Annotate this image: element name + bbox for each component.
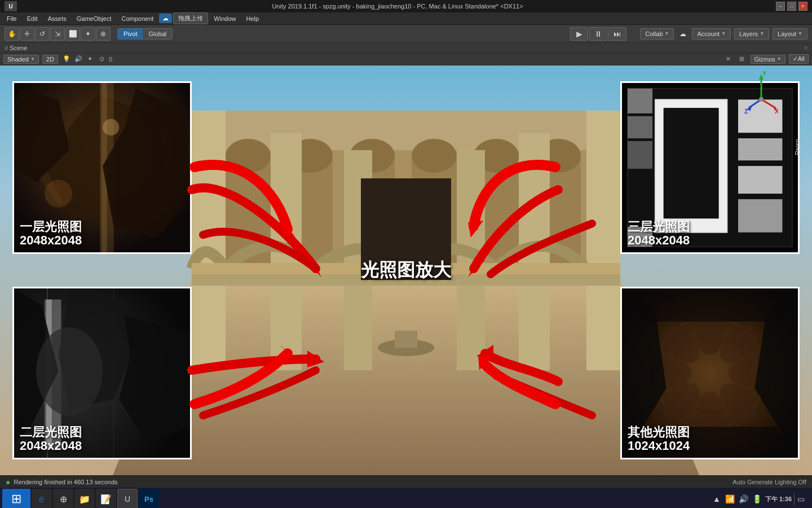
scene-icons: 💡 🔊 ✦ ⊙ 0 — [61, 55, 112, 64]
zero-label: 0 — [109, 56, 112, 63]
gizmos-label: Gizmos — [754, 56, 775, 63]
battery-icon[interactable]: 🔋 — [752, 493, 763, 505]
status-icon: ● — [6, 478, 10, 487]
all-button[interactable]: ✓All — [789, 54, 809, 64]
collab-button[interactable]: Collab ▼ — [640, 28, 674, 40]
all-label: ✓All — [793, 55, 805, 62]
taskbar-unity[interactable]: U — [117, 489, 138, 508]
svg-rect-43 — [738, 199, 782, 233]
lm2-size: 2048x2048 — [20, 439, 82, 453]
svg-point-11 — [412, 139, 457, 173]
rendering-status: Rendering finished in 460.13 seconds — [14, 479, 117, 485]
title-bar: U Unity 2019.1.1f1 - spzg.unity - baking… — [0, 0, 812, 12]
scene-hash: # — [5, 45, 8, 51]
pivot-global-group: Pivot Global — [117, 28, 173, 40]
tool-transform[interactable]: ✦ — [81, 27, 95, 41]
2d-toggle[interactable]: 2D — [42, 55, 58, 64]
svg-text:X: X — [775, 108, 778, 115]
layers-button[interactable]: Layers ▼ — [734, 28, 769, 40]
menu-gameobject[interactable]: GameObject — [72, 14, 116, 23]
account-button[interactable]: Account ▼ — [692, 28, 731, 40]
svg-point-34 — [103, 119, 119, 135]
svg-rect-47 — [628, 141, 652, 169]
tool-rect[interactable]: ⬜ — [65, 27, 80, 41]
upload-button[interactable]: 拖拽上传 — [173, 12, 208, 24]
pivot-button[interactable]: Pivot — [118, 29, 143, 39]
svg-rect-45 — [628, 89, 652, 113]
step-button[interactable]: ⏭ — [608, 27, 626, 41]
menu-file[interactable]: File — [2, 14, 21, 23]
toolbar: ✋ ✛ ↺ ⇲ ⬜ ✦ ⊕ Pivot Global ▶ ⏸ ⏭ Collab … — [0, 25, 812, 43]
tool-custom[interactable]: ⊕ — [96, 27, 111, 41]
collab-arrow: ▼ — [665, 31, 669, 36]
tool-hand[interactable]: ✋ — [5, 27, 19, 41]
tool-rotate[interactable]: ↺ — [35, 27, 50, 41]
global-button[interactable]: Global — [143, 29, 172, 39]
tool-scale[interactable]: ⇲ — [50, 27, 65, 41]
cloud-icon: ☁ — [677, 28, 689, 40]
layout-arrow: ▼ — [798, 31, 802, 36]
maximize-button[interactable]: □ — [787, 2, 796, 11]
gizmos-button[interactable]: Gizmos ▼ — [751, 55, 785, 64]
taskbar-ps[interactable]: Ps — [139, 489, 159, 508]
minimize-button[interactable]: ─ — [776, 2, 785, 11]
audio-icon[interactable]: 🔊 — [73, 55, 83, 64]
scene-toolbar: Shaded ▼ 2D 💡 🔊 ✦ ⊙ 0 ✕ ⊞ Gizmos ▼ ✓All — [0, 53, 812, 65]
ie-icon: e — [39, 493, 45, 505]
taskbar-explorer[interactable]: 📁 — [74, 489, 95, 508]
lightmap-2: 二层光照图 2048x2048 — [12, 287, 192, 459]
window-title: Unity 2019.1.1f1 - spzg.unity - baking_j… — [19, 3, 776, 10]
network-icon[interactable]: 📶 — [725, 493, 736, 505]
gizmo-axis: Y X Z — [744, 71, 778, 116]
svg-rect-46 — [628, 116, 652, 138]
fx-icon[interactable]: ✦ — [85, 55, 95, 64]
crosshair-icon[interactable]: ✕ — [723, 55, 734, 64]
svg-rect-42 — [738, 166, 782, 194]
2d-label: 2D — [46, 56, 54, 63]
scene-tab-header: # Scene ≡ — [0, 43, 812, 53]
layout-button[interactable]: Layout ▼ — [773, 28, 807, 40]
close-button[interactable]: ✕ — [798, 2, 807, 11]
time-display: 下午 1:36 — [765, 495, 792, 503]
scene-toolbar-right: ✕ ⊞ Gizmos ▼ ✓All — [723, 54, 809, 64]
svg-rect-16 — [192, 111, 226, 370]
auto-generate-label: Auto Generate Lighting Off — [732, 479, 806, 485]
cloud-button[interactable]: ☁ — [159, 14, 172, 23]
lm4-size: 1024x1024 — [628, 439, 690, 453]
svg-rect-26 — [395, 331, 417, 348]
svg-text:Y: Y — [762, 71, 767, 77]
lightmap-1: 一层光照图 2048x2048 — [12, 81, 192, 254]
scene-area: 一层光照图 2048x2048 — [0, 65, 812, 475]
menu-window[interactable]: Window — [209, 14, 240, 23]
scene-icon2[interactable]: ⊙ — [97, 55, 107, 64]
sys-arrow-icon[interactable]: ▲ — [711, 493, 722, 505]
menu-component[interactable]: Component — [117, 14, 158, 23]
menu-bar: File Edit Assets GameObject Component ☁ … — [0, 12, 812, 25]
menu-assets[interactable]: Assets — [43, 14, 71, 23]
taskbar-notepad[interactable]: 📝 — [96, 489, 116, 508]
taskbar-ie[interactable]: e — [32, 489, 52, 508]
account-arrow: ▼ — [721, 31, 726, 36]
toolbar-right: Collab ▼ ☁ Account ▼ Layers ▼ Layout ▼ — [640, 28, 807, 40]
status-left: ● Rendering finished in 460.13 seconds — [6, 478, 118, 487]
taskbar-chrome[interactable]: ⊕ — [53, 489, 73, 508]
play-button[interactable]: ▶ — [570, 27, 588, 41]
svg-point-35 — [45, 180, 72, 208]
menu-edit[interactable]: Edit — [23, 14, 42, 23]
start-icon: ⊞ — [11, 492, 21, 506]
shading-dropdown[interactable]: Shaded ▼ — [3, 55, 39, 64]
tool-move[interactable]: ✛ — [20, 27, 34, 41]
shading-label: Shaded — [7, 56, 29, 63]
svg-rect-19 — [586, 111, 620, 370]
lighting-icon[interactable]: 💡 — [61, 55, 72, 64]
unity-logo: U — [5, 1, 17, 11]
grid-icon[interactable]: ⊞ — [737, 55, 747, 64]
pause-button[interactable]: ⏸ — [589, 27, 607, 41]
scene-tab-label[interactable]: Scene — [10, 45, 27, 51]
window-controls[interactable]: ─ □ ✕ — [776, 2, 807, 11]
show-desktop[interactable]: ▭ — [794, 493, 805, 505]
svg-point-5 — [226, 139, 271, 173]
menu-help[interactable]: Help — [241, 14, 263, 23]
volume-icon[interactable]: 🔊 — [738, 493, 749, 505]
start-button[interactable]: ⊞ — [2, 489, 30, 508]
